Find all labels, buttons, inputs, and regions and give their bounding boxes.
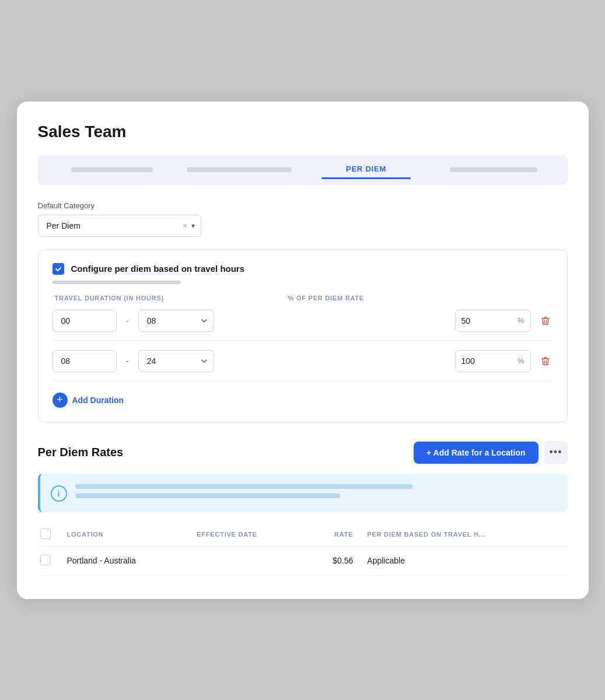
row-travel-hours: Applicable xyxy=(360,546,567,575)
info-icon: i xyxy=(51,485,67,502)
travel-col-header: TRAVEL DURATION (IN HOURS) xyxy=(55,295,288,302)
main-card: Sales Team PER DIEM Default Category Per… xyxy=(17,102,589,599)
th-travel-hours: PER DIEM BASED ON TRAVEL H... xyxy=(360,523,567,547)
info-box: i xyxy=(38,474,568,512)
add-duration-plus-icon: + xyxy=(53,393,68,408)
row-location: Portland - Australia xyxy=(60,546,190,575)
default-category-value: Per Diem xyxy=(47,221,81,230)
rates-title: Per Diem Rates xyxy=(38,446,124,459)
tab-per-diem[interactable]: PER DIEM xyxy=(303,161,430,179)
default-category-label: Default Category xyxy=(38,201,568,210)
more-options-button[interactable]: ••• xyxy=(544,441,568,464)
rates-actions: + Add Rate for a Location ••• xyxy=(414,441,567,464)
duration-dash-1: - xyxy=(124,316,131,326)
tabs-bar: PER DIEM xyxy=(38,155,568,185)
percent-sign-2: % xyxy=(515,351,530,371)
trash-icon-1 xyxy=(540,316,551,326)
percent-input-2[interactable] xyxy=(456,351,515,372)
tab-placeholder-1[interactable] xyxy=(48,167,176,172)
tab-placeholder-2[interactable] xyxy=(176,167,303,172)
th-checkbox xyxy=(38,523,60,547)
trash-icon-2 xyxy=(540,356,551,366)
info-line-2 xyxy=(75,494,340,498)
rates-section: Per Diem Rates + Add Rate for a Location… xyxy=(38,441,568,576)
delete-row-1-button[interactable] xyxy=(538,313,553,328)
info-lines xyxy=(75,484,557,498)
duration-to-select-2[interactable]: 08 12 16 24 xyxy=(138,350,214,372)
percent-wrapper-2: % xyxy=(455,350,531,372)
select-all-checkbox[interactable] xyxy=(40,528,51,539)
select-icons: × ▾ xyxy=(183,221,194,230)
tab-placeholder-4[interactable] xyxy=(430,167,557,172)
table-header-row: LOCATION EFFECTIVE DATE RATE PER DIEM BA… xyxy=(38,523,568,547)
page-title: Sales Team xyxy=(38,123,568,141)
configure-header: Configure per diem based on travel hours xyxy=(53,263,553,275)
divider-2 xyxy=(53,380,553,381)
select-arrow-icon: ▾ xyxy=(191,222,195,230)
add-duration-label: Add Duration xyxy=(72,396,124,405)
percent-wrapper-1: % xyxy=(455,310,531,332)
add-rate-button[interactable]: + Add Rate for a Location xyxy=(414,442,538,464)
table-row: Portland - Australia $0.56 Applicable xyxy=(38,546,568,575)
rates-table: LOCATION EFFECTIVE DATE RATE PER DIEM BA… xyxy=(38,523,568,576)
duration-from-1[interactable] xyxy=(53,310,117,332)
tab-line-2 xyxy=(187,167,292,172)
default-category-select[interactable]: Per Diem × ▾ xyxy=(38,215,201,237)
duration-row-2: - 08 12 16 24 % xyxy=(53,350,553,372)
duration-from-2[interactable] xyxy=(53,350,117,372)
th-rate: RATE xyxy=(306,523,360,547)
add-duration-button[interactable]: + Add Duration xyxy=(53,390,124,410)
add-rate-label: + Add Rate for a Location xyxy=(426,448,525,457)
row-rate: $0.56 xyxy=(306,546,360,575)
select-clear-icon[interactable]: × xyxy=(183,221,187,230)
info-line-1 xyxy=(75,484,412,489)
th-effective-date: EFFECTIVE DATE xyxy=(190,523,306,547)
more-icon: ••• xyxy=(550,446,562,459)
default-category-field: Default Category Per Diem × ▾ xyxy=(38,201,568,237)
configure-block: Configure per diem based on travel hours… xyxy=(38,250,568,422)
duration-row-1: - 08 12 16 24 % xyxy=(53,310,553,332)
configure-checkbox[interactable] xyxy=(53,263,64,275)
divider-1 xyxy=(53,340,553,341)
percent-input-1[interactable] xyxy=(456,310,515,331)
rates-header: Per Diem Rates + Add Rate for a Location… xyxy=(38,441,568,464)
configure-subtitle-line xyxy=(53,281,181,284)
row-effective-date xyxy=(190,546,306,575)
duration-dash-2: - xyxy=(124,356,131,366)
row-checkbox[interactable] xyxy=(40,555,51,565)
duration-headers: TRAVEL DURATION (IN HOURS) % OF PER DIEM… xyxy=(53,295,553,302)
percent-sign-1: % xyxy=(515,310,530,331)
tab-line-1 xyxy=(71,167,153,172)
delete-row-2-button[interactable] xyxy=(538,354,553,369)
tab-per-diem-label: PER DIEM xyxy=(346,164,386,173)
checkmark-icon xyxy=(55,265,62,272)
th-location: LOCATION xyxy=(60,523,190,547)
configure-title: Configure per diem based on travel hours xyxy=(71,264,245,274)
row-checkbox-cell xyxy=(38,546,60,575)
tab-line-4 xyxy=(450,167,537,172)
percent-col-header: % OF PER DIEM RATE xyxy=(288,295,551,302)
duration-to-select-1[interactable]: 08 12 16 24 xyxy=(138,310,214,332)
